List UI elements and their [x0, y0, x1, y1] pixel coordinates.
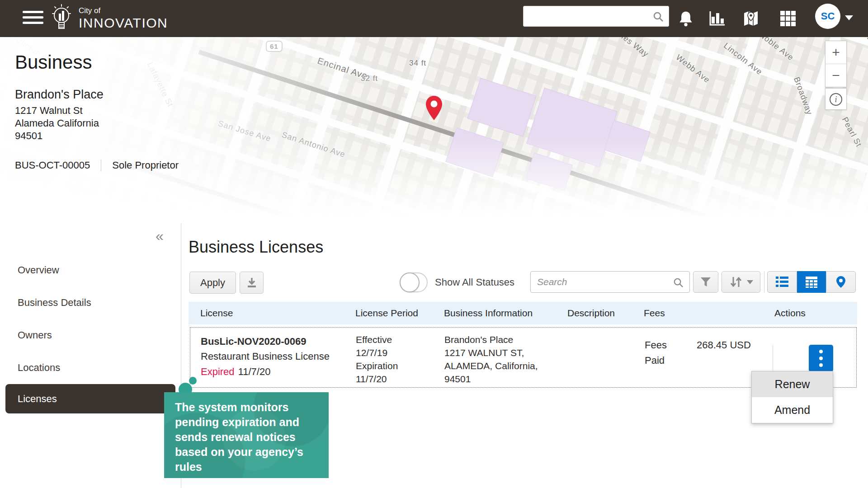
- user-avatar[interactable]: SC: [815, 4, 840, 29]
- search-icon[interactable]: [652, 11, 664, 23]
- location-pin-icon[interactable]: [424, 95, 444, 123]
- account-menu-caret-icon[interactable]: [845, 15, 853, 20]
- business-summary: Business Brandon's Place 1217 Walnut St …: [15, 52, 179, 171]
- download-icon: [246, 277, 258, 289]
- row-address-line: 1217 WALNUT ST,: [444, 346, 538, 359]
- row-actions-kebab-button[interactable]: [809, 345, 833, 372]
- expiration-label: Expiration: [356, 359, 398, 372]
- sidebar-item-business-details[interactable]: Business Details: [0, 286, 181, 319]
- row-business-name: Brandon's Place: [444, 333, 538, 346]
- row-address-line: ALAMEDA, California,: [444, 359, 538, 372]
- table-search-input[interactable]: [537, 272, 668, 292]
- menu-item-label: Renew: [775, 378, 810, 391]
- column-header-business-information: Business Information: [444, 308, 533, 319]
- table-header: License License Period Business Informat…: [189, 302, 857, 324]
- logo-text-bottom: INNOVATION: [79, 16, 168, 30]
- map-explorer-icon[interactable]: [740, 7, 762, 30]
- sort-button[interactable]: [722, 271, 760, 293]
- show-all-statuses-toggle[interactable]: [400, 272, 428, 292]
- business-name: Brandon's Place: [15, 88, 179, 102]
- column-header-description: Description: [567, 308, 615, 319]
- fees-status-cell: Fees Paid: [645, 338, 667, 368]
- renewal-tooltip: The system monitors pending expiration a…: [164, 392, 329, 478]
- avatar-initials: SC: [821, 10, 835, 22]
- menu-item-label: Amend: [774, 404, 810, 417]
- row-address-line: 94501: [444, 372, 538, 385]
- global-search: [523, 6, 669, 27]
- sidebar-item-label: Locations: [18, 362, 60, 374]
- business-type: Sole Proprietor: [112, 160, 179, 171]
- global-search-input[interactable]: [528, 6, 650, 26]
- list-view-button[interactable]: [767, 271, 797, 293]
- filter-funnel-icon: [700, 277, 712, 287]
- sort-caret-icon: [747, 280, 753, 284]
- apps-grid-icon[interactable]: [777, 7, 799, 30]
- column-header-license-period: License Period: [355, 308, 418, 319]
- business-address: 1217 Walnut St Alameda California 94501: [15, 104, 179, 142]
- fees-label: Fees: [645, 338, 667, 353]
- tooltip-anchor-dot: [189, 377, 197, 385]
- fees-amount: 268.45 USD: [697, 338, 751, 353]
- sidebar-item-owners[interactable]: Owners: [0, 319, 181, 352]
- show-all-statuses-label: Show All Statuses: [435, 277, 514, 288]
- toolbar-divider: [764, 271, 764, 293]
- info-icon[interactable]: i: [830, 93, 842, 106]
- business-license-page: 61 Encinal Ave San Antonio Ave San Jose …: [0, 0, 868, 488]
- hamburger-menu-icon[interactable]: [23, 11, 43, 26]
- actions-divider: [773, 345, 773, 372]
- sidebar-item-locations[interactable]: Locations: [0, 352, 181, 384]
- sidebar-item-label: Licenses: [18, 393, 57, 405]
- lightbulb-logo-icon: [49, 3, 74, 33]
- download-button[interactable]: [240, 272, 264, 294]
- sidebar-item-label: Owners: [18, 329, 52, 341]
- menu-item-renew[interactable]: Renew: [752, 371, 833, 397]
- zoom-in-button[interactable]: +: [826, 41, 846, 64]
- license-number: BusLic-NOV2020-0069: [201, 334, 330, 349]
- sidebar-item-label: Overview: [18, 264, 59, 276]
- filter-button[interactable]: [693, 271, 718, 293]
- sidebar-item-licenses[interactable]: Licenses: [5, 384, 175, 413]
- business-information-cell: Brandon's Place 1217 WALNUT ST, ALAMEDA,…: [444, 333, 538, 385]
- apply-button-label: Apply: [200, 277, 225, 289]
- app-logo: City of INNOVATION: [49, 3, 168, 33]
- search-icon[interactable]: [673, 277, 684, 288]
- zoom-out-button[interactable]: −: [826, 64, 846, 87]
- sidebar-item-overview[interactable]: Overview: [0, 254, 181, 286]
- column-header-license: License: [200, 308, 233, 319]
- page-title: Business Licenses: [189, 238, 323, 257]
- address-line: 1217 Walnut St: [15, 104, 179, 117]
- actions-menu: Renew Amend: [751, 371, 833, 423]
- license-name: Restaurant Business License: [201, 349, 330, 364]
- app-header: City of INNOVATION: [0, 0, 868, 37]
- business-meta: BUS-OCT-00005 Sole Proprietor: [15, 160, 179, 171]
- fees-status: Paid: [645, 353, 667, 368]
- list-view-icon: [775, 276, 789, 288]
- apply-button[interactable]: Apply: [189, 272, 236, 294]
- status-badge: Expired: [201, 366, 235, 377]
- business-record-id: BUS-OCT-00005: [15, 160, 90, 171]
- table-search: [530, 271, 690, 293]
- menu-item-amend[interactable]: Amend: [752, 397, 833, 423]
- license-status-line: Expired11/7/20: [201, 364, 330, 380]
- expiration-date: 11/7/20: [356, 372, 398, 385]
- sort-arrows-icon: [729, 276, 743, 288]
- map-info-control[interactable]: i: [825, 88, 847, 110]
- logo-text-top: City of: [79, 7, 168, 14]
- divider: [101, 160, 101, 171]
- toggle-knob: [400, 272, 420, 292]
- sidebar-collapse-button[interactable]: «: [156, 229, 164, 243]
- analytics-icon[interactable]: [706, 7, 729, 30]
- column-header-actions: Actions: [774, 308, 806, 319]
- status-date: 11/7/20: [238, 366, 271, 377]
- map-pin-view-icon: [835, 275, 847, 289]
- map-zoom-controls: + −: [825, 41, 847, 87]
- grid-view-icon: [805, 276, 818, 288]
- tooltip-text: The system monitors pending expiration a…: [175, 401, 303, 473]
- address-line: Alameda California: [15, 117, 179, 130]
- sidebar-item-label: Business Details: [18, 297, 91, 309]
- map-view-button[interactable]: [826, 271, 856, 293]
- notifications-bell-icon[interactable]: [675, 7, 697, 30]
- column-header-fees: Fees: [644, 308, 665, 319]
- page-section-title: Business: [15, 52, 179, 73]
- grid-view-button[interactable]: [797, 271, 826, 293]
